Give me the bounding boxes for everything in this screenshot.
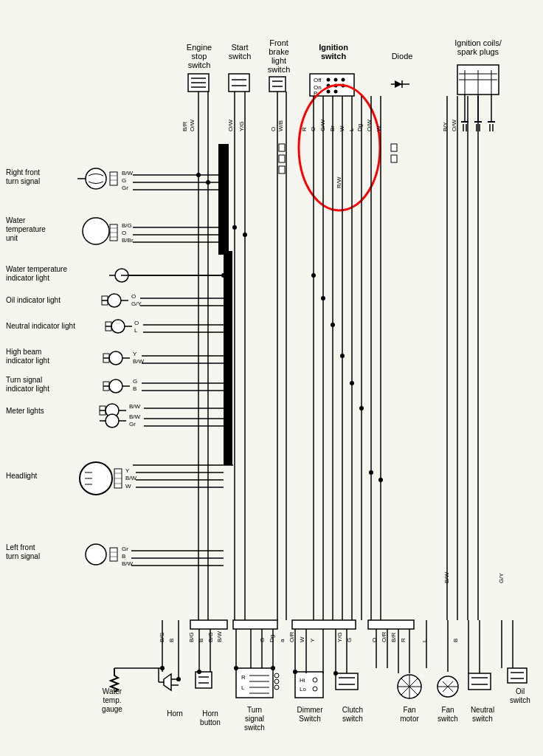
svg-text:temp.: temp.: [103, 696, 121, 704]
svg-point-232: [313, 678, 317, 682]
svg-text:switch: switch: [342, 715, 363, 723]
svg-text:L: L: [134, 327, 138, 334]
svg-text:Start: Start: [231, 43, 248, 52]
svg-text:O/W: O/W: [451, 120, 457, 131]
svg-text:Neutral: Neutral: [471, 706, 494, 714]
svg-text:W: W: [125, 483, 131, 489]
svg-text:B: B: [122, 553, 125, 560]
svg-rect-254: [468, 673, 491, 690]
svg-text:temperature: temperature: [6, 225, 46, 233]
svg-text:stop: stop: [192, 52, 207, 61]
svg-text:light: light: [272, 56, 286, 65]
svg-text:button: button: [200, 718, 221, 726]
svg-text:Oil: Oil: [516, 687, 525, 695]
svg-text:B/G: B/G: [122, 222, 132, 229]
svg-text:B: B: [452, 639, 459, 642]
svg-text:indicator light: indicator light: [6, 357, 49, 365]
svg-text:W/B: W/B: [277, 120, 284, 131]
svg-text:Gr: Gr: [122, 185, 128, 191]
svg-text:O: O: [131, 293, 136, 300]
svg-text:B/R: B/R: [390, 632, 397, 642]
svg-text:Water temperature: Water temperature: [6, 265, 67, 273]
svg-rect-338: [279, 144, 285, 151]
svg-text:Right front: Right front: [6, 168, 40, 176]
svg-text:Horn: Horn: [167, 709, 183, 718]
svg-text:B/W: B/W: [129, 413, 141, 420]
svg-text:R: R: [301, 127, 308, 131]
svg-point-233: [313, 687, 317, 691]
svg-rect-229: [295, 672, 323, 698]
svg-point-291: [369, 470, 373, 475]
svg-text:Dg: Dg: [269, 635, 275, 642]
svg-rect-342: [391, 155, 397, 162]
svg-text:Meter lights: Meter lights: [6, 407, 44, 415]
svg-point-34: [327, 90, 331, 94]
svg-text:Turn: Turn: [247, 706, 262, 714]
svg-point-99: [108, 294, 121, 307]
svg-point-29: [334, 78, 338, 82]
svg-text:O: O: [134, 320, 139, 326]
svg-point-292: [378, 478, 383, 482]
svg-point-28: [327, 78, 331, 82]
svg-text:turn signal: turn signal: [6, 552, 40, 560]
svg-text:gauge: gauge: [102, 705, 122, 713]
svg-text:a: a: [279, 639, 286, 642]
svg-text:Dimmer: Dimmer: [297, 706, 324, 714]
svg-rect-236: [336, 673, 358, 690]
svg-text:O/W: O/W: [189, 120, 196, 131]
svg-text:Neutral indicator light: Neutral indicator light: [6, 322, 75, 330]
svg-point-128: [109, 379, 122, 393]
svg-rect-168: [110, 548, 117, 561]
svg-point-108: [111, 320, 125, 333]
svg-text:B/Br: B/Br: [122, 237, 134, 244]
svg-text:O: O: [270, 127, 277, 131]
svg-text:switch: switch: [244, 724, 265, 732]
svg-text:Gr: Gr: [129, 421, 136, 427]
svg-point-286: [321, 296, 325, 300]
svg-text:Ignition: Ignition: [319, 43, 348, 52]
svg-point-35: [334, 90, 338, 94]
svg-text:switch: switch: [437, 715, 458, 723]
svg-text:B/G: B/G: [188, 632, 195, 642]
svg-text:Y/G: Y/G: [238, 121, 245, 131]
svg-rect-211: [196, 672, 212, 688]
svg-rect-69: [110, 172, 117, 185]
svg-text:Fan: Fan: [403, 706, 415, 714]
svg-text:Water: Water: [6, 216, 26, 224]
svg-text:indicator light: indicator light: [6, 274, 49, 282]
svg-point-167: [86, 544, 106, 565]
svg-text:O/R: O/R: [288, 632, 295, 642]
svg-text:Lo: Lo: [300, 686, 306, 693]
svg-text:switch: switch: [472, 715, 493, 723]
svg-text:Y: Y: [125, 467, 130, 474]
svg-text:Y: Y: [133, 351, 137, 357]
svg-text:motor: motor: [400, 715, 419, 723]
wiring-diagram: Engine stop switch Start switch Front br…: [0, 0, 543, 756]
svg-text:B/W: B/W: [129, 403, 141, 410]
svg-text:Oil indicator light: Oil indicator light: [6, 296, 60, 304]
svg-rect-337: [218, 144, 229, 255]
svg-rect-339: [279, 155, 285, 162]
svg-text:Turn signal: Turn signal: [6, 376, 42, 384]
svg-text:High beam: High beam: [6, 348, 41, 356]
svg-point-118: [109, 351, 122, 365]
svg-rect-340: [279, 166, 285, 173]
svg-point-281: [206, 180, 210, 185]
svg-text:L: L: [241, 684, 245, 691]
svg-text:Ignition coils/: Ignition coils/: [454, 38, 502, 47]
svg-point-224: [274, 673, 279, 678]
svg-text:Headlight: Headlight: [6, 472, 37, 480]
svg-text:indicator light: indicator light: [6, 385, 49, 393]
svg-text:Gr: Gr: [122, 546, 128, 552]
svg-text:Horn: Horn: [202, 709, 218, 718]
svg-text:B: B: [168, 639, 175, 642]
svg-text:B/R: B/R: [181, 121, 188, 131]
svg-text:Fan: Fan: [441, 706, 454, 714]
svg-rect-341: [391, 144, 397, 151]
svg-point-290: [359, 406, 364, 410]
svg-text:Hi: Hi: [300, 677, 305, 684]
svg-rect-64: [224, 251, 232, 465]
svg-point-67: [86, 168, 106, 189]
svg-text:G: G: [133, 378, 137, 385]
svg-point-30: [342, 78, 345, 82]
